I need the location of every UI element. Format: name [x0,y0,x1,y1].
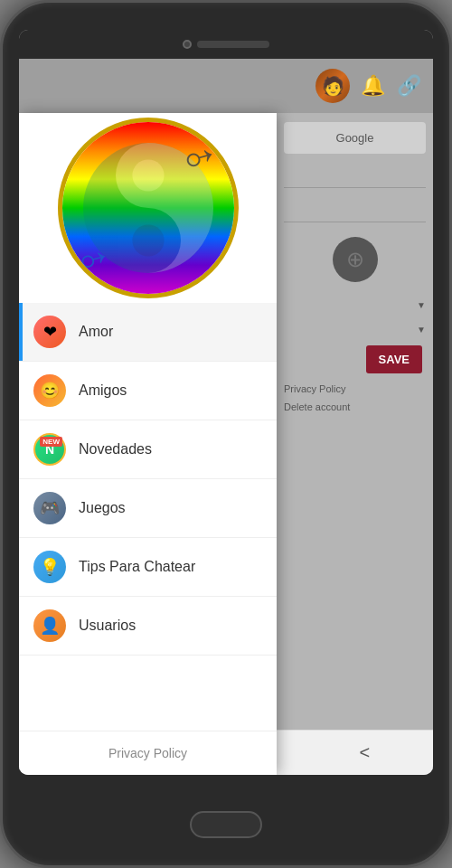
amor-icon: ❤ [33,316,66,348]
input-field-1[interactable] [284,161,426,188]
svg-point-1 [132,159,164,191]
sidebar-item-novedades[interactable]: N NEW Novedades [19,420,277,479]
app-header: 🧑 🔔 🔗 [19,59,433,113]
speaker [197,41,269,48]
share-icon[interactable]: 🔗 [395,72,422,99]
phone-screen: 🧑 🔔 🔗 Google ⊕ ▼ ▼ SAVE Privac [19,30,433,775]
home-button[interactable] [190,811,262,838]
chevron-down-icon-2: ▼ [417,325,426,335]
circle-icon: ⊕ [333,237,378,282]
sidebar-item-tips[interactable]: 💡 Tips Para Chatear [19,538,277,597]
google-button[interactable]: Google [284,122,426,154]
delete-account-link[interactable]: Delete account [284,399,426,417]
bottom-links: Privacy Policy Delete account [284,381,426,417]
privacy-policy-nav[interactable]: Privacy Policy [19,731,277,775]
nav-list: ❤ Amor 😊 Amigos N NEW Novedad [19,303,277,731]
phone-shell: 🧑 🔔 🔗 Google ⊕ ▼ ▼ SAVE Privac [0,0,452,868]
back-nav-button[interactable]: < [360,742,371,763]
sidebar-label-amor: Amor [79,324,113,340]
sidebar-item-usuarios[interactable]: 👤 Usuarios [19,597,277,656]
save-button[interactable]: SAVE [366,345,422,373]
sidebar-label-usuarios: Usuarios [79,618,136,634]
sidebar-item-amor[interactable]: ❤ Amor [19,303,277,362]
app-logo: ♂ ♂ [58,118,239,298]
sidebar-label-amigos: Amigos [79,382,127,399]
sidebar-label-novedades: Novedades [79,441,152,458]
sidebar-item-amigos[interactable]: 😊 Amigos [19,362,277,420]
logo-area: ♂ ♂ [19,113,277,303]
chevron-down-icon: ▼ [417,300,426,310]
sidebar-drawer: ♂ ♂ ❤ Amor 😊 [19,113,277,775]
right-content-panel: Google ⊕ ▼ ▼ SAVE Privacy Policy Delete … [277,113,433,775]
tips-icon: 💡 [33,551,66,583]
dropdown-row-2[interactable]: ▼ [284,321,426,338]
novedades-icon: N NEW [33,433,66,466]
juegos-icon: 🎮 [33,492,66,524]
amigos-icon: 😊 [33,374,66,407]
avatar[interactable]: 🧑 [315,69,350,103]
rainbow-background: ♂ ♂ [62,122,234,294]
volume-down-button[interactable] [0,179,2,206]
camera-dot [183,40,192,49]
sidebar-label-juegos: Juegos [79,500,126,516]
input-field-2[interactable] [284,195,426,222]
dropdown-row-1[interactable]: ▼ [284,297,426,314]
sidebar-label-tips: Tips Para Chatear [79,559,195,575]
new-badge: NEW [40,437,62,447]
privacy-policy-link[interactable]: Privacy Policy [284,381,426,399]
volume-up-button[interactable] [0,138,2,165]
svg-point-2 [132,224,164,256]
status-bar [19,30,433,59]
usuarios-icon: 👤 [33,609,66,642]
sidebar-item-juegos[interactable]: 🎮 Juegos [19,479,277,538]
main-content: Google ⊕ ▼ ▼ SAVE Privacy Policy Delete … [19,113,433,775]
notification-bell-icon[interactable]: 🔔 [359,72,386,99]
